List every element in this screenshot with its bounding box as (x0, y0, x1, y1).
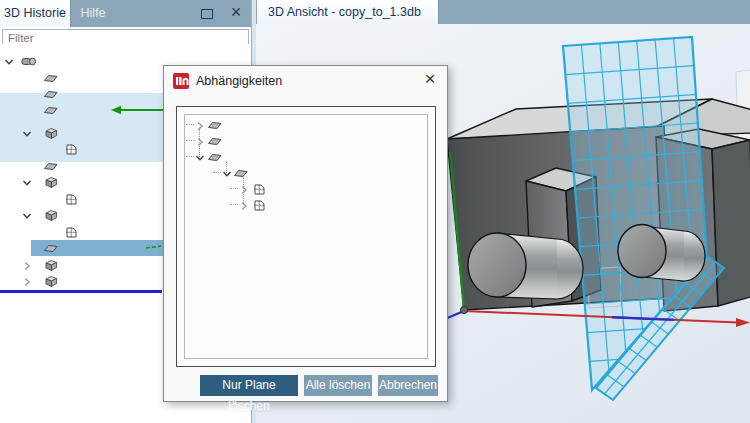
chevron-right-icon[interactable] (22, 275, 32, 291)
chevron-down-icon[interactable] (4, 55, 14, 71)
dialog-title-bar[interactable]: Abhängigkeiten × (164, 66, 447, 96)
dialog-title: Abhängigkeiten (196, 66, 282, 96)
dependencies-dialog: Abhängigkeiten × Nur Plane löschenAlle l… (163, 65, 448, 402)
close-icon[interactable]: × (227, 0, 245, 27)
tree-connector (230, 188, 238, 189)
dependency-item-sketch-4[interactable] (185, 181, 427, 197)
chevron-down-icon[interactable] (22, 209, 32, 225)
chevron-down-icon[interactable] (22, 176, 32, 192)
dependency-item-reference-plane-2[interactable] (185, 165, 427, 181)
tab-3d-ansicht[interactable]: 3D Ansicht - copy_to_1.3db (257, 0, 439, 24)
nur-plane-l-schen-button[interactable]: Nur Plane löschen (200, 375, 298, 396)
maximize-icon[interactable] (201, 9, 213, 19)
plane-icon (44, 104, 58, 120)
abbrechen-button[interactable]: Abbrechen (378, 375, 438, 396)
dependency-item-plane-xy[interactable] (185, 117, 427, 133)
extrude-icon (44, 275, 58, 291)
dependency-item-sketch-5[interactable] (185, 197, 427, 213)
dependency-item-plane-zx[interactable] (185, 133, 427, 149)
insert-position-marker (0, 290, 162, 293)
extrude-icon (44, 176, 58, 192)
tree-connector (230, 204, 238, 205)
dialog-close-icon[interactable]: × (419, 66, 441, 94)
app-logo-icon (173, 73, 189, 89)
application-window: 3D Ansicht - copy_to_1.3db (0, 0, 750, 423)
cylinder-left[interactable] (468, 233, 583, 299)
origin-point (460, 306, 467, 313)
alle-l-schen-button[interactable]: Alle löschen (304, 375, 372, 396)
dependency-tree (184, 114, 428, 359)
sketch-icon (64, 143, 78, 159)
tree-connector (186, 124, 194, 125)
extrude-icon (44, 209, 58, 225)
tab-hilfe[interactable]: Hilfe (70, 0, 116, 27)
chevron-right-icon[interactable] (239, 199, 249, 215)
viewport-tab-bar: 3D Ansicht - copy_to_1.3db (256, 0, 750, 24)
panel-header: 3D Historie Hilfe × (0, 0, 251, 27)
plane-icon (44, 242, 58, 258)
tree-connector (213, 172, 221, 173)
cylinder-right[interactable] (618, 225, 705, 282)
tree-connector (186, 156, 194, 157)
dependency-item-plane-yz[interactable] (185, 149, 427, 165)
tree-connector (186, 140, 194, 141)
dialog-button-row: Nur Plane löschenAlle löschenAbbrechen (164, 375, 447, 396)
tab-3d-historie[interactable]: 3D Historie (0, 0, 71, 27)
sketch-icon (252, 199, 266, 215)
